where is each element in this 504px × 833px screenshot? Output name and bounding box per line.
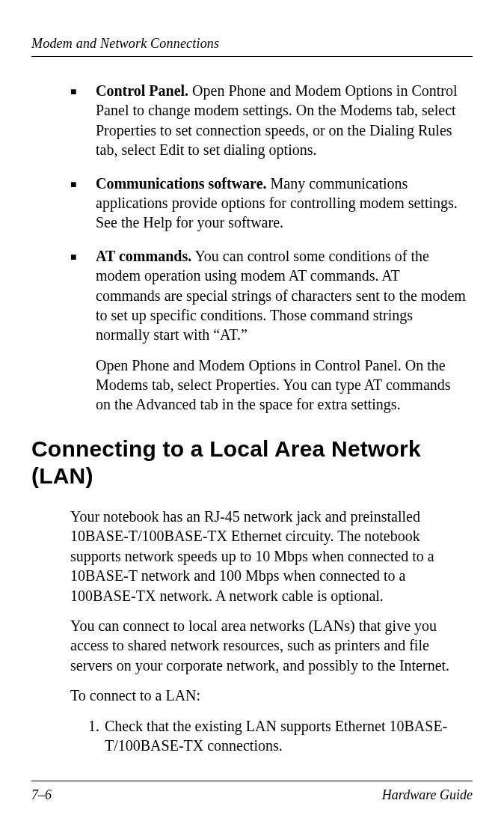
bullet-text: Control Panel. Open Phone and Modem Opti… (96, 81, 467, 160)
bullet-text: Communications software. Many communicat… (96, 174, 467, 233)
bullet-item: ■ Control Panel. Open Phone and Modem Op… (70, 81, 467, 160)
ordered-text: Check that the existing LAN supports Eth… (105, 716, 467, 756)
ordered-number: 1. (88, 716, 105, 756)
section-heading: Connecting to a Local Area Network (LAN) (31, 436, 467, 490)
bullet-item: ■ Communications software. Many communic… (70, 174, 467, 233)
ordered-item: 1. Check that the existing LAN supports … (88, 716, 467, 756)
paragraph: You can connect to local area networks (… (70, 616, 467, 675)
footer-title: Hardware Guide (382, 787, 473, 803)
bullet-item: ■ AT commands. You can control some cond… (70, 246, 467, 415)
bullet-square-icon: ■ (70, 174, 96, 195)
bullet-square-icon: ■ (70, 81, 96, 102)
ordered-list: 1. Check that the existing LAN supports … (70, 716, 467, 756)
running-head: Modem and Network Connections (31, 36, 473, 57)
paragraph: Your notebook has an RJ-45 network jack … (70, 507, 467, 605)
bullet-square-icon: ■ (70, 246, 96, 267)
page-footer: 7–6 Hardware Guide (31, 781, 473, 803)
bullet-text: AT commands. You can control some condit… (96, 246, 467, 345)
bullet-bold: Communications software. (96, 175, 267, 192)
paragraph: To connect to a LAN: (70, 686, 467, 705)
page-content: ■ Control Panel. Open Phone and Modem Op… (31, 81, 473, 755)
bullet-follow-paragraph: Open Phone and Modem Options in Control … (96, 356, 467, 415)
bullet-bold: AT commands. (96, 248, 191, 264)
page-number: 7–6 (31, 787, 52, 803)
bullet-bold: Control Panel. (96, 82, 188, 99)
